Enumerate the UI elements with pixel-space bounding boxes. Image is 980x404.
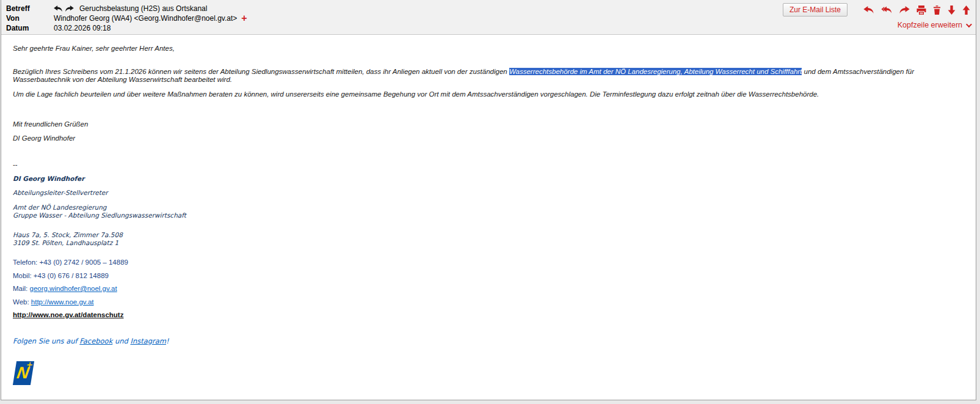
noe-landesregierung-logo: N + bbox=[13, 361, 34, 385]
signature-org-line2: Gruppe Wasser - Abteilung Siedlungswasse… bbox=[13, 211, 937, 219]
expand-header-label: Kopfzeile erweitern bbox=[898, 21, 962, 29]
facebook-link[interactable]: Facebook bbox=[79, 337, 112, 345]
signature-role: Abteilungsleiter-Stellvertreter bbox=[13, 189, 937, 197]
back-to-list-button[interactable]: Zur E-Mail Liste bbox=[783, 3, 848, 17]
logo-star-icon: + bbox=[26, 362, 33, 368]
print-icon[interactable] bbox=[916, 6, 926, 15]
signature-org-line1: Amt der NÖ Landesregierung bbox=[13, 204, 937, 211]
add-contact-icon[interactable]: + bbox=[241, 15, 247, 21]
signature-block: DI Georg Windhofer Abteilungsleiter-Stel… bbox=[13, 175, 937, 385]
mail-line: Mail: georg.windhofer@noel.gv.at bbox=[13, 285, 937, 293]
social-text-mid: und bbox=[112, 337, 130, 345]
signature-address-line1: Haus 7a, 5. Stock, Zimmer 7a.508 bbox=[13, 231, 937, 239]
email-reading-pane: Betreff Geruchsbelastung (H2S) aus Ortsk… bbox=[1, 0, 976, 400]
privacy-line: http://www.noe.gv.at/datenschutz bbox=[13, 311, 937, 319]
highlighted-text: Wasserrechtsbehörde im Amt der NÖ Landes… bbox=[509, 68, 802, 75]
website-link[interactable]: http://www.noe.gv.at bbox=[31, 298, 94, 306]
signature-name: DI Georg Windhofer bbox=[13, 175, 937, 183]
subject-value: Geruchsbelastung (H2S) aus Ortskanal bbox=[79, 4, 207, 13]
mobile-line: Mobil: +43 (0) 676 / 812 14889 bbox=[13, 272, 937, 280]
signature-separator: -- bbox=[13, 161, 937, 169]
email-body: Sehr geehrte Frau Kainer, sehr geehrter … bbox=[1, 35, 976, 385]
greeting-line: Sehr geehrte Frau Kainer, sehr geehrter … bbox=[13, 45, 937, 53]
instagram-link[interactable]: Instagram bbox=[131, 337, 167, 345]
reply-icon[interactable] bbox=[863, 6, 874, 14]
email-address-link[interactable]: georg.windhofer@noel.gv.at bbox=[29, 285, 117, 292]
closing-line: Mit freundlichen Grüßen bbox=[13, 120, 937, 128]
reply-indicator-icon bbox=[54, 6, 63, 12]
from-label: Von bbox=[6, 13, 54, 23]
forward-icon[interactable] bbox=[899, 6, 910, 14]
email-header: Betreff Geruchsbelastung (H2S) aus Ortsk… bbox=[1, 0, 976, 35]
mail-client-window: Betreff Geruchsbelastung (H2S) aus Ortsk… bbox=[0, 0, 980, 404]
paragraph-1-text: Bezüglich Ihres Schreibens vom 21.1.2026… bbox=[13, 68, 509, 75]
web-label: Web: bbox=[13, 298, 31, 306]
sender-name-line: DI Georg Windhofer bbox=[13, 134, 937, 142]
subject-label: Betreff bbox=[6, 4, 54, 13]
date-value: 03.02.2026 09:18 bbox=[54, 23, 111, 33]
mail-label: Mail: bbox=[13, 285, 29, 292]
datenschutz-link[interactable]: http://www.noe.gv.at/datenschutz bbox=[13, 311, 123, 318]
from-value: Windhofer Georg (WA4) <Georg.Windhofer@n… bbox=[54, 13, 237, 23]
paragraph-2: Um die Lage fachlich beurteilen und über… bbox=[13, 90, 937, 98]
date-label: Datum bbox=[6, 23, 54, 33]
social-text: Folgen Sie uns auf bbox=[13, 337, 79, 345]
move-down-icon[interactable] bbox=[948, 6, 956, 15]
social-line: Folgen Sie uns auf Facebook und Instagra… bbox=[13, 337, 937, 345]
move-up-icon[interactable] bbox=[962, 6, 970, 15]
web-line: Web: http://www.noe.gv.at bbox=[13, 298, 937, 306]
social-text-end: ! bbox=[166, 337, 169, 345]
toolbar: Zur E-Mail Liste bbox=[783, 3, 970, 30]
signature-address-line2: 3109 St. Pölten, Landhausplatz 1 bbox=[13, 239, 937, 247]
forward-indicator-icon bbox=[65, 6, 74, 12]
expand-header-toggle[interactable]: Kopfzeile erweitern bbox=[898, 21, 970, 29]
reply-all-icon[interactable] bbox=[881, 6, 892, 14]
phone-line: Telefon: +43 (0) 2742 / 9005 – 14889 bbox=[13, 259, 937, 266]
paragraph-1: Bezüglich Ihres Schreibens vom 21.1.2026… bbox=[13, 68, 937, 84]
delete-icon[interactable] bbox=[933, 6, 941, 15]
